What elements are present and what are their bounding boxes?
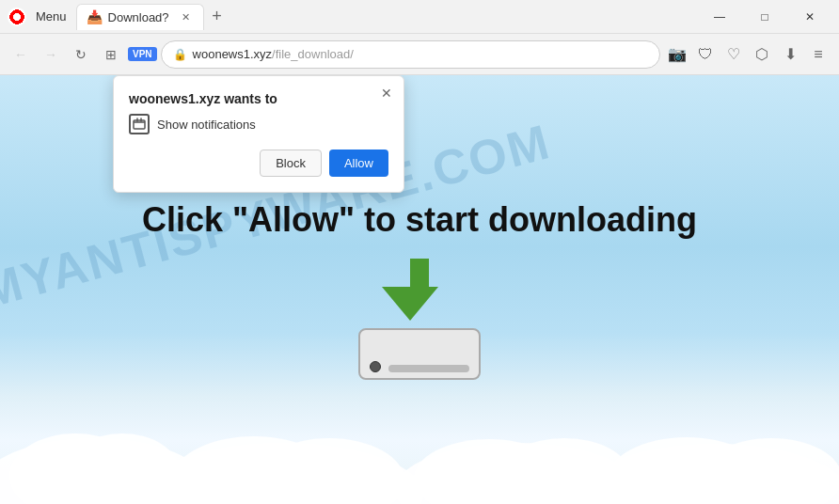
allow-button[interactable]: Allow xyxy=(329,150,388,177)
url-path: /file_download/ xyxy=(272,47,354,61)
page-headline: Click "Allow" to start downloading xyxy=(123,200,716,240)
opera-logo xyxy=(8,8,26,26)
url-domain: woonews1.xyz xyxy=(193,47,273,61)
new-tab-button[interactable]: + xyxy=(204,4,230,30)
address-bar: ← → ↻ ⊞ VPN 🔒 woonews1.xyz/file_download… xyxy=(0,34,839,75)
notification-popup: ✕ woonews1.xyz wants to Show notificatio… xyxy=(113,75,404,193)
shield-icon[interactable]: 🛡 xyxy=(692,41,719,68)
back-button[interactable]: ← xyxy=(8,41,34,68)
minimize-button[interactable]: — xyxy=(698,0,741,34)
notification-permission-icon xyxy=(129,114,150,134)
drive-slot xyxy=(388,365,469,372)
drive-body xyxy=(358,328,481,380)
window-controls: — □ ✕ xyxy=(698,0,831,34)
url-bar[interactable]: 🔒 woonews1.xyz/file_download/ xyxy=(161,40,660,69)
tab-close-button[interactable]: ✕ xyxy=(179,9,194,24)
toolbar-icons: 📷 🛡 ♡ ⬡ ⬇ ≡ xyxy=(664,41,831,68)
forward-button[interactable]: → xyxy=(38,41,64,68)
block-button[interactable]: Block xyxy=(260,150,322,177)
vpn-badge[interactable]: VPN xyxy=(128,47,157,61)
download-icon[interactable]: ⬇ xyxy=(777,41,803,68)
popup-close-button[interactable]: ✕ xyxy=(377,84,396,102)
drive-indicator xyxy=(370,361,381,372)
page-content: MYANTISPYWARE.COM ✕ woonews1.xyz wants t… xyxy=(0,75,839,504)
close-button[interactable]: ✕ xyxy=(788,0,831,34)
tab-favicon: 📥 xyxy=(87,9,103,24)
popup-title: woonews1.xyz wants to xyxy=(129,91,388,106)
active-tab[interactable]: 📥 Download? ✕ xyxy=(76,4,204,30)
popup-permission: Show notifications xyxy=(129,114,388,134)
popup-buttons: Block Allow xyxy=(129,150,388,177)
url-text: woonews1.xyz/file_download/ xyxy=(193,47,354,61)
main-menu-button[interactable]: ≡ xyxy=(805,41,831,68)
refresh-button[interactable]: ↻ xyxy=(68,41,94,68)
browser-window: Menu 📥 Download? ✕ + — □ ✕ ← → ↻ ⊞ VPN 🔒… xyxy=(0,0,839,504)
heart-icon[interactable]: ♡ xyxy=(720,41,747,68)
permission-text: Show notifications xyxy=(157,118,256,132)
title-bar: Menu 📥 Download? ✕ + — □ ✕ xyxy=(0,0,839,34)
camera-icon[interactable]: 📷 xyxy=(664,41,690,68)
cube-icon[interactable]: ⬡ xyxy=(749,41,775,68)
tab-title: Download? xyxy=(108,10,169,24)
maximize-button[interactable]: □ xyxy=(743,0,786,34)
menu-label: Menu xyxy=(36,9,67,24)
lock-icon: 🔒 xyxy=(173,48,187,61)
grid-button[interactable]: ⊞ xyxy=(98,41,124,68)
menu-button[interactable]: Menu xyxy=(30,8,72,25)
clouds-decoration xyxy=(0,372,839,504)
tab-bar: 📥 Download? ✕ + xyxy=(76,4,694,30)
download-graphic xyxy=(358,259,481,380)
